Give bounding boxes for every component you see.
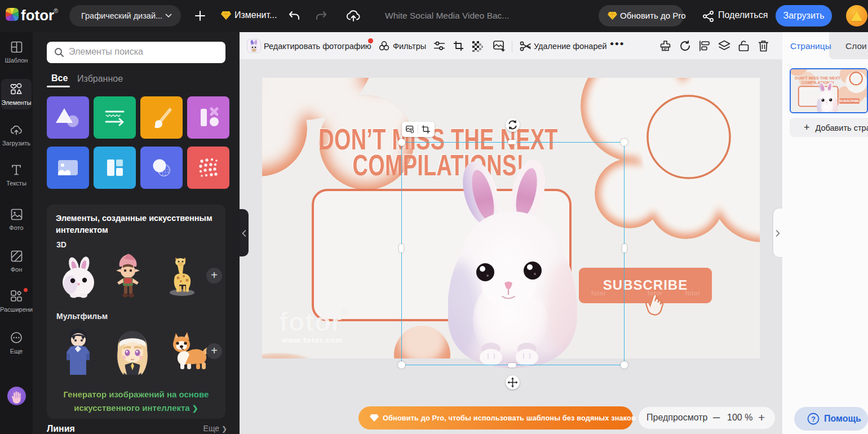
svg-text:DON'T MISS THE NEXT: DON'T MISS THE NEXT xyxy=(795,76,840,81)
svg-text:SUBSCRIBE: SUBSCRIBE xyxy=(839,99,860,103)
svg-text:?: ? xyxy=(811,415,816,423)
